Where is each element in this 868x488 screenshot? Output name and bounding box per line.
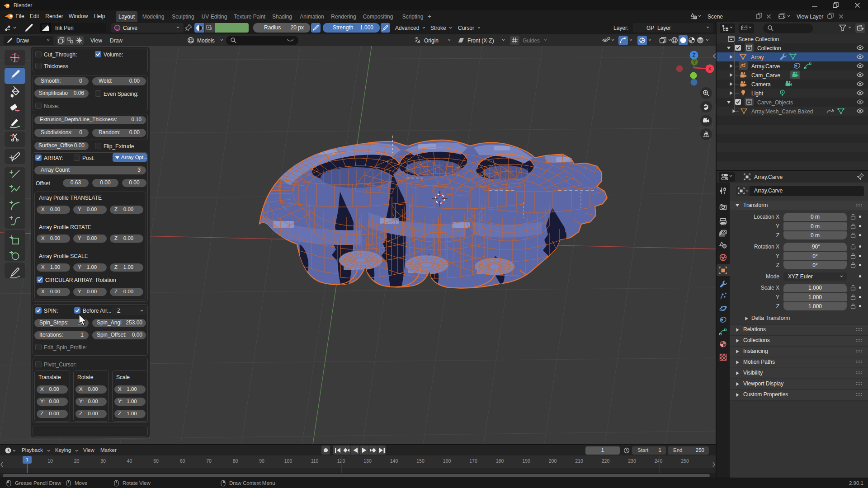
svg-text:Z: Z [693, 52, 696, 58]
svg-text:X: X [708, 66, 712, 71]
svg-text:Y: Y [693, 60, 696, 65]
